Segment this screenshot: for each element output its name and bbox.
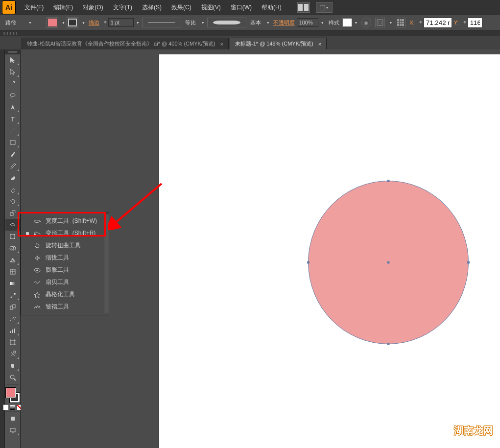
- flyout-item-label: 缩拢工具: [46, 254, 69, 262]
- mesh-tool[interactable]: [5, 266, 20, 278]
- menu-view[interactable]: 视图(V): [196, 0, 226, 15]
- stroke-label[interactable]: 描边: [89, 19, 99, 26]
- eyedropper-tool[interactable]: [5, 289, 20, 301]
- close-icon[interactable]: ×: [318, 41, 321, 47]
- pen-tool[interactable]: [5, 101, 20, 113]
- screen-mode-icon[interactable]: [5, 424, 20, 436]
- menu-help[interactable]: 帮助(H): [257, 0, 286, 15]
- fill-color-icon[interactable]: [6, 388, 16, 398]
- shape-builder-tool[interactable]: [5, 242, 20, 254]
- menu-effect[interactable]: 效果(C): [167, 0, 196, 15]
- selection-type[interactable]: 路径 ▼: [2, 17, 47, 28]
- profile-label: 等比: [182, 19, 199, 26]
- slice-tool[interactable]: [5, 348, 20, 360]
- eraser-tool[interactable]: [5, 184, 20, 195]
- flyout-item-label: 宽度工具 (Shift+W): [46, 217, 97, 225]
- flyout-item[interactable]: 旋转扭曲工具: [21, 239, 104, 252]
- fill-swatch[interactable]: [47, 17, 58, 28]
- width-tool[interactable]: [5, 219, 20, 231]
- panel-collapse-strip[interactable]: [0, 49, 5, 448]
- menu-edit[interactable]: 编辑(E): [48, 0, 78, 15]
- svg-rect-5: [10, 141, 15, 144]
- chevron-down-icon[interactable]: ▼: [60, 21, 67, 24]
- flyout-item[interactable]: 宽度工具 (Shift+W): [21, 215, 104, 227]
- brush-shape[interactable]: [207, 18, 246, 27]
- transform-anchor[interactable]: [396, 18, 405, 27]
- flyout-item[interactable]: 扇贝工具: [21, 276, 104, 288]
- zoom-tool[interactable]: [5, 372, 20, 383]
- free-transform-tool[interactable]: [5, 231, 20, 242]
- tab-document-1[interactable]: 转曲-松鼠AI智适应教育《全国合作校校区安全指南》.ai* @ 400% (CM…: [22, 38, 229, 49]
- column-graph-tool[interactable]: [5, 325, 20, 336]
- color-mode-icon[interactable]: [3, 404, 9, 410]
- gradient-tool[interactable]: [5, 278, 20, 289]
- scale-tool[interactable]: [5, 207, 20, 219]
- rectangle-tool[interactable]: [5, 137, 20, 148]
- ellipse-shape[interactable]: [308, 181, 469, 344]
- menu-object[interactable]: 对象(O): [78, 0, 108, 15]
- stepper-icon[interactable]: ≑: [418, 21, 424, 24]
- chevron-down-icon[interactable]: ▼: [80, 21, 87, 24]
- tool-icon: [33, 291, 42, 298]
- opacity-label[interactable]: 不透明度: [273, 19, 295, 26]
- rotate-tool[interactable]: [5, 195, 20, 207]
- anchor-point[interactable]: [387, 180, 390, 182]
- line-tool[interactable]: [5, 125, 20, 137]
- chevron-down-icon[interactable]: ▼: [265, 21, 271, 24]
- flyout-item[interactable]: 皱褶工具: [21, 301, 104, 313]
- stepper-icon[interactable]: ≑: [462, 21, 468, 24]
- perspective-grid-tool[interactable]: [5, 254, 20, 266]
- anchor-point[interactable]: [467, 261, 470, 264]
- chevron-down-icon[interactable]: ▼: [200, 21, 206, 24]
- gradient-mode-icon[interactable]: [10, 404, 16, 410]
- tearoff-handle[interactable]: [104, 215, 109, 313]
- chevron-down-icon[interactable]: ▼: [319, 21, 326, 24]
- stepper-icon[interactable]: ≑: [102, 21, 108, 24]
- blob-brush-tool[interactable]: [5, 172, 20, 184]
- stroke-swatch[interactable]: [67, 17, 78, 28]
- center-point[interactable]: [387, 261, 390, 264]
- artboard-tool[interactable]: [5, 336, 20, 348]
- fill-stroke-control[interactable]: [6, 388, 20, 402]
- chevron-down-icon[interactable]: ▼: [353, 21, 359, 24]
- type-tool[interactable]: T: [5, 113, 20, 125]
- anchor-point[interactable]: [387, 343, 390, 345]
- doc-arrange-icon[interactable]: [297, 2, 310, 13]
- lasso-tool[interactable]: [5, 90, 20, 101]
- chevron-down-icon[interactable]: ▼: [388, 21, 394, 24]
- hand-tool[interactable]: [5, 360, 20, 372]
- blend-tool[interactable]: [5, 301, 20, 313]
- svg-rect-32: [10, 428, 15, 432]
- close-icon[interactable]: ×: [220, 41, 223, 47]
- selection-tool[interactable]: [5, 54, 20, 66]
- selection-type-label: 路径: [5, 19, 16, 26]
- menu-file[interactable]: 文件(F): [20, 0, 48, 15]
- panel-grip-bar[interactable]: [0, 30, 500, 36]
- y-input[interactable]: [468, 18, 482, 28]
- style-swatch[interactable]: [342, 18, 352, 27]
- pencil-tool[interactable]: [5, 160, 20, 172]
- anchor-point[interactable]: [307, 261, 310, 264]
- flyout-item[interactable]: 晶格化工具: [21, 288, 104, 301]
- direct-selection-tool[interactable]: [5, 66, 20, 78]
- draw-normal-icon[interactable]: [5, 413, 20, 424]
- symbol-sprayer-tool[interactable]: [5, 313, 20, 325]
- align-icon[interactable]: [375, 18, 385, 27]
- paintbrush-tool[interactable]: [5, 148, 20, 160]
- stroke-profile-line[interactable]: [142, 18, 181, 27]
- menu-window[interactable]: 窗口(W): [226, 0, 257, 15]
- stroke-width-input[interactable]: [108, 18, 134, 27]
- menu-select[interactable]: 选择(S): [137, 0, 167, 15]
- flyout-item[interactable]: 膨胀工具: [21, 264, 104, 276]
- arrange-windows-icon[interactable]: ▾: [316, 2, 333, 13]
- magic-wand-tool[interactable]: [5, 78, 20, 90]
- recolor-icon[interactable]: ◉: [361, 18, 371, 27]
- flyout-item[interactable]: 缩拢工具: [21, 252, 104, 264]
- tab-document-2[interactable]: 未标题-1* @ 149% (CMYK/预览) ×: [230, 38, 327, 49]
- flyout-item[interactable]: 变形工具 (Shift+R): [21, 227, 104, 239]
- opacity-input[interactable]: [297, 18, 318, 27]
- menu-text[interactable]: 文字(T): [108, 0, 137, 15]
- chevron-down-icon[interactable]: ▼: [135, 21, 141, 24]
- x-input[interactable]: [424, 18, 452, 28]
- toolbox-grip[interactable]: [5, 49, 20, 54]
